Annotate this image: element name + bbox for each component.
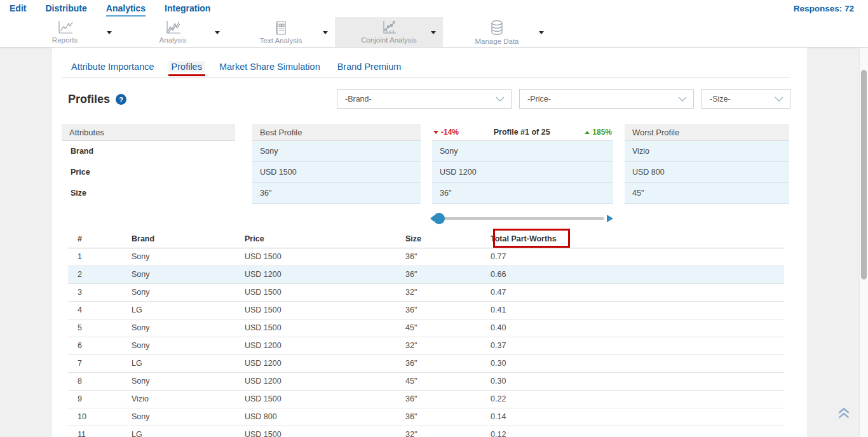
column-header-number: # <box>68 230 132 248</box>
table-cell: 3 <box>68 283 132 301</box>
text-analysis-dropdown-caret[interactable] <box>323 31 328 34</box>
brand-dropdown[interactable]: -Brand- <box>337 89 512 109</box>
worst-profile-header: Worst Profile <box>625 124 789 141</box>
conjoint-tabs: Attribute Importance Profiles Market Sha… <box>68 61 404 72</box>
tab-profiles[interactable]: Profiles <box>168 61 205 72</box>
table-cell: Sony <box>132 248 245 266</box>
scrollbar-thumb[interactable] <box>861 70 867 279</box>
table-header-row: # Brand Price Size Total Part-Worths <box>68 230 784 248</box>
table-cell: 32" <box>405 426 491 437</box>
chevron-down-icon <box>496 97 505 102</box>
worst-profile-brand: Vizio <box>625 141 789 162</box>
worst-profile-price: USD 800 <box>625 162 789 183</box>
decrease-value: -14% <box>441 124 459 141</box>
size-dropdown[interactable]: -Size- <box>702 89 790 109</box>
increase-percentage: 185% <box>585 124 612 141</box>
table-cell: 0.40 <box>491 319 784 337</box>
attribute-label-brand: Brand <box>62 141 235 162</box>
text-analysis-button[interactable]: Text Analysis <box>260 20 302 44</box>
table-row[interactable]: 2SonyUSD 120036"0.66 <box>68 266 784 283</box>
slider-track[interactable] <box>436 217 604 220</box>
table-cell: 0.22 <box>491 390 784 408</box>
best-profile-column: Best Profile Sony USD 1500 36" <box>252 124 421 204</box>
analysis-button[interactable]: Analysis <box>159 20 187 44</box>
conjoint-analysis-button[interactable]: Conjoint Analysis <box>361 20 417 44</box>
table-cell: 36" <box>405 354 491 372</box>
table-cell: 45" <box>405 319 491 337</box>
table-cell: 0.30 <box>491 372 784 390</box>
nav-edit[interactable]: Edit <box>10 3 26 15</box>
nav-integration[interactable]: Integration <box>165 3 210 15</box>
table-row[interactable]: 6SonyUSD 120032"0.37 <box>68 337 784 354</box>
table-cell: 9 <box>68 390 132 408</box>
price-dropdown[interactable]: -Price- <box>519 89 694 109</box>
chevron-down-icon <box>775 97 783 102</box>
analysis-dropdown-caret[interactable] <box>215 31 220 34</box>
table-row[interactable]: 1SonyUSD 150036"0.77 <box>68 248 784 266</box>
triangle-up-icon <box>585 131 590 134</box>
scroll-to-top-button[interactable] <box>836 405 852 421</box>
table-cell: 1 <box>68 248 132 266</box>
help-icon[interactable]: ? <box>116 94 126 105</box>
table-cell: 5 <box>68 319 132 337</box>
table-row[interactable]: 11LGUSD 150032"0.12 <box>68 426 784 437</box>
table-row[interactable]: 9VizioUSD 150036"0.22 <box>68 390 784 408</box>
best-profile-brand: Sony <box>252 141 421 162</box>
best-profile-size: 36" <box>252 183 421 204</box>
profiles-table-body: 1SonyUSD 150036"0.772SonyUSD 120036"0.66… <box>68 248 784 437</box>
conjoint-analysis-dropdown-caret[interactable] <box>431 31 436 34</box>
table-cell: 36" <box>405 248 491 266</box>
table-cell: 10 <box>68 408 132 426</box>
attribute-label-price: Price <box>62 162 235 183</box>
profile-slider[interactable] <box>432 213 613 224</box>
reports-dropdown-caret[interactable] <box>107 31 112 34</box>
content-card: Attribute Importance Profiles Market Sha… <box>52 48 807 437</box>
table-cell: 11 <box>68 426 132 437</box>
tab-brand-premium[interactable]: Brand Premium <box>334 61 405 72</box>
table-cell: 36" <box>405 408 491 426</box>
slider-handle[interactable] <box>433 213 445 224</box>
slider-next-arrow-icon[interactable] <box>607 215 613 222</box>
table-row[interactable]: 3SonyUSD 150032"0.47 <box>68 283 784 301</box>
current-profile-size: 36" <box>432 183 613 204</box>
profiles-table: # Brand Price Size Total Part-Worths 1So… <box>68 230 784 437</box>
nav-distribute[interactable]: Distribute <box>45 3 86 15</box>
table-cell: 32" <box>405 337 491 354</box>
filter-row: -Brand- -Price- -Size- <box>337 89 790 109</box>
table-cell: 6 <box>68 337 132 354</box>
table-cell: 36" <box>405 390 491 408</box>
multi-line-chart-icon <box>165 20 181 35</box>
analytics-toolbar: Reports Analysis Text Analysis Conjoint … <box>0 17 868 48</box>
table-cell: 0.66 <box>491 266 784 283</box>
nav-analytics[interactable]: Analytics <box>106 3 146 15</box>
table-cell: USD 1500 <box>245 248 405 266</box>
table-cell: 45" <box>405 372 491 390</box>
vertical-scrollbar[interactable] <box>859 48 868 437</box>
toolbar-group-reports: Reports <box>11 17 119 47</box>
column-header-size: Size <box>405 230 491 248</box>
attributes-header: Attributes <box>62 124 235 141</box>
manage-data-dropdown-caret[interactable] <box>539 31 544 34</box>
table-row[interactable]: 7LGUSD 120036"0.30 <box>68 354 784 372</box>
tab-market-share-simulation[interactable]: Market Share Simulation <box>216 61 323 72</box>
table-row[interactable]: 10SonyUSD 80036"0.14 <box>68 408 784 426</box>
table-row[interactable]: 8SonyUSD 120045"0.30 <box>68 372 784 390</box>
responses-count[interactable]: Responses: 72 <box>794 4 868 13</box>
tab-attribute-importance[interactable]: Attribute Importance <box>68 61 158 72</box>
manage-data-button[interactable]: Manage Data <box>475 20 519 45</box>
top-nav: Edit Distribute Analytics Integration Re… <box>0 0 868 17</box>
page-header: Profiles ? <box>68 93 126 106</box>
conjoint-chart-icon <box>381 20 397 35</box>
current-profile-column: -14% Profile #1 of 25 185% Sony USD 1200… <box>432 124 613 204</box>
triangle-down-icon <box>433 131 438 134</box>
table-row[interactable]: 5SonyUSD 150045"0.40 <box>68 319 784 337</box>
table-cell: USD 1500 <box>245 426 405 437</box>
table-cell: Vizio <box>132 390 245 408</box>
table-cell: 0.47 <box>491 283 784 301</box>
reports-button[interactable]: Reports <box>52 20 78 44</box>
table-cell: USD 1500 <box>245 283 405 301</box>
table-row[interactable]: 4LGUSD 150036"0.41 <box>68 301 784 319</box>
line-chart-icon <box>57 20 73 35</box>
worst-profile-size: 45" <box>625 183 789 204</box>
table-cell: USD 1500 <box>245 390 405 408</box>
